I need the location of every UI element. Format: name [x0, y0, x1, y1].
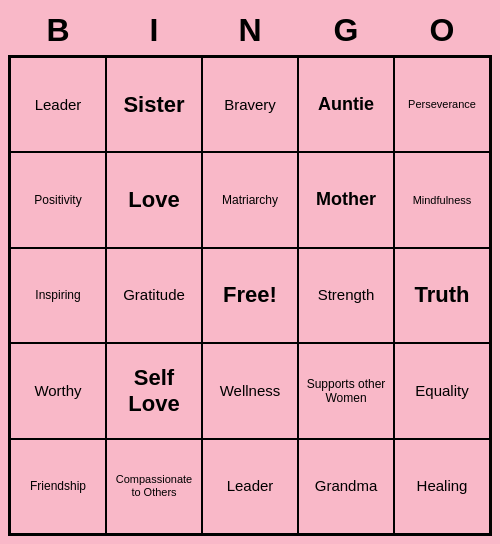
bingo-cell-18: Supports other Women [298, 343, 394, 438]
bingo-cell-text-17: Wellness [220, 382, 281, 400]
bingo-cell-12: Free! [202, 248, 298, 343]
bingo-cell-text-8: Mother [316, 189, 376, 211]
bingo-cell-text-7: Matriarchy [222, 193, 278, 207]
bingo-grid: LeaderSisterBraveryAuntiePerseverancePos… [8, 55, 492, 536]
bingo-cell-7: Matriarchy [202, 152, 298, 247]
bingo-cell-10: Inspiring [10, 248, 106, 343]
bingo-cell-16: Self Love [106, 343, 202, 438]
bingo-cell-20: Friendship [10, 439, 106, 534]
bingo-cell-text-10: Inspiring [35, 288, 80, 302]
bingo-cell-text-14: Truth [415, 282, 470, 308]
bingo-cell-22: Leader [202, 439, 298, 534]
bingo-cell-text-22: Leader [227, 477, 274, 495]
bingo-cell-3: Auntie [298, 57, 394, 152]
bingo-letter-N: N [210, 12, 290, 49]
bingo-letter-G: G [306, 12, 386, 49]
bingo-cell-2: Bravery [202, 57, 298, 152]
bingo-cell-text-16: Self Love [111, 365, 197, 418]
bingo-cell-9: Mindfulness [394, 152, 490, 247]
bingo-cell-text-6: Love [128, 187, 179, 213]
bingo-cell-8: Mother [298, 152, 394, 247]
bingo-cell-13: Strength [298, 248, 394, 343]
bingo-cell-23: Grandma [298, 439, 394, 534]
bingo-cell-text-3: Auntie [318, 94, 374, 116]
bingo-cell-text-21: Compassionate to Others [111, 473, 197, 499]
bingo-cell-text-15: Worthy [34, 382, 81, 400]
bingo-cell-text-4: Perseverance [408, 98, 476, 111]
bingo-cell-5: Positivity [10, 152, 106, 247]
bingo-cell-21: Compassionate to Others [106, 439, 202, 534]
bingo-cell-text-24: Healing [417, 477, 468, 495]
bingo-cell-text-13: Strength [318, 286, 375, 304]
bingo-cell-text-1: Sister [123, 92, 184, 118]
bingo-letter-I: I [114, 12, 194, 49]
bingo-cell-17: Wellness [202, 343, 298, 438]
bingo-cell-15: Worthy [10, 343, 106, 438]
bingo-cell-text-11: Gratitude [123, 286, 185, 304]
bingo-cell-text-19: Equality [415, 382, 468, 400]
bingo-cell-1: Sister [106, 57, 202, 152]
bingo-cell-4: Perseverance [394, 57, 490, 152]
bingo-cell-text-20: Friendship [30, 479, 86, 493]
bingo-cell-text-12: Free! [223, 282, 277, 308]
bingo-cell-text-23: Grandma [315, 477, 378, 495]
bingo-cell-11: Gratitude [106, 248, 202, 343]
bingo-cell-text-5: Positivity [34, 193, 81, 207]
bingo-cell-text-18: Supports other Women [303, 377, 389, 406]
bingo-cell-text-9: Mindfulness [413, 194, 472, 207]
bingo-cell-text-0: Leader [35, 96, 82, 114]
bingo-cell-24: Healing [394, 439, 490, 534]
bingo-cell-6: Love [106, 152, 202, 247]
bingo-cell-14: Truth [394, 248, 490, 343]
bingo-cell-text-2: Bravery [224, 96, 276, 114]
bingo-letter-O: O [402, 12, 482, 49]
bingo-cell-19: Equality [394, 343, 490, 438]
bingo-cell-0: Leader [10, 57, 106, 152]
bingo-letter-B: B [18, 12, 98, 49]
